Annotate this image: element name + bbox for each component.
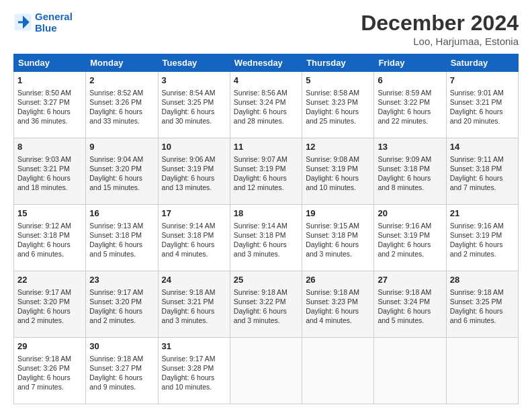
calendar-cell: 28Sunrise: 9:18 AMSunset: 3:25 PMDayligh… [446, 271, 518, 338]
calendar-header-saturday: Saturday [446, 54, 518, 72]
day-number: 24 [162, 274, 226, 286]
day-number: 2 [89, 75, 154, 87]
day-number: 26 [306, 274, 370, 286]
calendar-cell: 9Sunrise: 9:04 AMSunset: 3:20 PMDaylight… [86, 138, 158, 205]
calendar-cell [374, 338, 446, 404]
day-number: 6 [378, 75, 442, 87]
calendar-cell: 1Sunrise: 8:50 AMSunset: 3:27 PMDaylight… [14, 72, 86, 138]
day-number: 9 [89, 141, 154, 153]
calendar-cell: 17Sunrise: 9:14 AMSunset: 3:18 PMDayligh… [158, 205, 230, 271]
day-number: 17 [162, 208, 226, 220]
day-info: Sunrise: 9:09 AMSunset: 3:18 PMDaylight:… [378, 154, 442, 193]
day-number: 11 [234, 141, 298, 153]
day-number: 31 [162, 340, 226, 353]
calendar-cell: 22Sunrise: 9:17 AMSunset: 3:20 PMDayligh… [14, 271, 86, 338]
calendar-cell: 7Sunrise: 9:01 AMSunset: 3:21 PMDaylight… [446, 72, 518, 138]
calendar-header-sunday: Sunday [14, 54, 86, 72]
day-info: Sunrise: 9:17 AMSunset: 3:20 PMDaylight:… [89, 287, 154, 326]
day-info: Sunrise: 9:16 AMSunset: 3:19 PMDaylight:… [378, 221, 442, 259]
month-title: December 2024 [361, 11, 519, 36]
day-info: Sunrise: 8:54 AMSunset: 3:25 PMDaylight:… [162, 88, 226, 126]
calendar-header-friday: Friday [374, 54, 446, 72]
calendar-header-thursday: Thursday [302, 54, 374, 72]
day-info: Sunrise: 9:17 AMSunset: 3:20 PMDaylight:… [17, 287, 82, 326]
calendar-cell: 25Sunrise: 9:18 AMSunset: 3:22 PMDayligh… [230, 271, 302, 338]
day-info: Sunrise: 9:18 AMSunset: 3:26 PMDaylight:… [17, 354, 82, 392]
calendar-cell: 23Sunrise: 9:17 AMSunset: 3:20 PMDayligh… [86, 271, 158, 338]
day-info: Sunrise: 8:58 AMSunset: 3:23 PMDaylight:… [306, 88, 370, 126]
day-number: 12 [306, 141, 370, 153]
logo: General Blue [13, 11, 73, 34]
logo-general: General [35, 11, 73, 22]
day-info: Sunrise: 9:18 AMSunset: 3:24 PMDaylight:… [378, 287, 442, 326]
calendar-table: SundayMondayTuesdayWednesdayThursdayFrid… [13, 54, 519, 404]
calendar-header-tuesday: Tuesday [158, 54, 230, 72]
day-info: Sunrise: 9:12 AMSunset: 3:18 PMDaylight:… [17, 221, 82, 259]
day-number: 8 [17, 141, 82, 153]
calendar-week-1: 8Sunrise: 9:03 AMSunset: 3:21 PMDaylight… [14, 138, 519, 205]
day-number: 1 [17, 75, 82, 87]
day-info: Sunrise: 9:14 AMSunset: 3:18 PMDaylight:… [234, 221, 298, 259]
day-info: Sunrise: 9:06 AMSunset: 3:19 PMDaylight:… [162, 154, 226, 193]
calendar-cell: 12Sunrise: 9:08 AMSunset: 3:19 PMDayligh… [302, 138, 374, 205]
day-info: Sunrise: 9:14 AMSunset: 3:18 PMDaylight:… [162, 221, 226, 259]
day-info: Sunrise: 9:13 AMSunset: 3:18 PMDaylight:… [89, 221, 154, 259]
location: Loo, Harjumaa, Estonia [361, 36, 519, 47]
day-info: Sunrise: 9:04 AMSunset: 3:20 PMDaylight:… [89, 154, 154, 193]
header: General Blue December 2024 Loo, Harjumaa… [13, 11, 519, 47]
day-number: 22 [17, 274, 82, 286]
day-number: 4 [234, 75, 298, 87]
calendar-cell [446, 338, 518, 404]
calendar-cell: 3Sunrise: 8:54 AMSunset: 3:25 PMDaylight… [158, 72, 230, 138]
calendar-cell: 11Sunrise: 9:07 AMSunset: 3:19 PMDayligh… [230, 138, 302, 205]
calendar-cell [302, 338, 374, 404]
day-number: 7 [450, 75, 515, 87]
calendar-cell: 19Sunrise: 9:15 AMSunset: 3:18 PMDayligh… [302, 205, 374, 271]
calendar-cell: 13Sunrise: 9:09 AMSunset: 3:18 PMDayligh… [374, 138, 446, 205]
calendar-cell [230, 338, 302, 404]
calendar-week-3: 22Sunrise: 9:17 AMSunset: 3:20 PMDayligh… [14, 271, 519, 338]
day-info: Sunrise: 9:11 AMSunset: 3:18 PMDaylight:… [450, 154, 515, 193]
calendar-week-0: 1Sunrise: 8:50 AMSunset: 3:27 PMDaylight… [14, 72, 519, 138]
calendar-cell: 14Sunrise: 9:11 AMSunset: 3:18 PMDayligh… [446, 138, 518, 205]
day-info: Sunrise: 9:08 AMSunset: 3:19 PMDaylight:… [306, 154, 370, 193]
day-info: Sunrise: 9:18 AMSunset: 3:25 PMDaylight:… [450, 287, 515, 326]
day-info: Sunrise: 8:59 AMSunset: 3:22 PMDaylight:… [378, 88, 442, 126]
day-number: 30 [89, 340, 154, 353]
logo-text: General Blue [35, 11, 73, 34]
calendar-cell: 31Sunrise: 9:17 AMSunset: 3:28 PMDayligh… [158, 338, 230, 404]
day-number: 29 [17, 340, 82, 353]
day-info: Sunrise: 8:50 AMSunset: 3:27 PMDaylight:… [17, 88, 82, 126]
calendar-cell: 26Sunrise: 9:18 AMSunset: 3:23 PMDayligh… [302, 271, 374, 338]
day-info: Sunrise: 9:15 AMSunset: 3:18 PMDaylight:… [306, 221, 370, 259]
day-number: 5 [306, 75, 370, 87]
calendar-header-monday: Monday [86, 54, 158, 72]
day-number: 21 [450, 208, 515, 220]
calendar-cell: 27Sunrise: 9:18 AMSunset: 3:24 PMDayligh… [374, 271, 446, 338]
calendar-cell: 4Sunrise: 8:56 AMSunset: 3:24 PMDaylight… [230, 72, 302, 138]
calendar-cell: 24Sunrise: 9:18 AMSunset: 3:21 PMDayligh… [158, 271, 230, 338]
calendar-cell: 20Sunrise: 9:16 AMSunset: 3:19 PMDayligh… [374, 205, 446, 271]
calendar-header-wednesday: Wednesday [230, 54, 302, 72]
calendar-cell: 15Sunrise: 9:12 AMSunset: 3:18 PMDayligh… [14, 205, 86, 271]
day-number: 19 [306, 208, 370, 220]
day-info: Sunrise: 9:18 AMSunset: 3:27 PMDaylight:… [89, 354, 154, 392]
calendar-week-2: 15Sunrise: 9:12 AMSunset: 3:18 PMDayligh… [14, 205, 519, 271]
calendar-cell: 16Sunrise: 9:13 AMSunset: 3:18 PMDayligh… [86, 205, 158, 271]
day-info: Sunrise: 9:03 AMSunset: 3:21 PMDaylight:… [17, 154, 82, 193]
calendar-cell: 6Sunrise: 8:59 AMSunset: 3:22 PMDaylight… [374, 72, 446, 138]
title-block: December 2024 Loo, Harjumaa, Estonia [361, 11, 519, 47]
day-info: Sunrise: 9:07 AMSunset: 3:19 PMDaylight:… [234, 154, 298, 193]
day-number: 28 [450, 274, 515, 286]
calendar-cell: 29Sunrise: 9:18 AMSunset: 3:26 PMDayligh… [14, 338, 86, 404]
day-number: 18 [234, 208, 298, 220]
day-number: 27 [378, 274, 442, 286]
day-number: 15 [17, 208, 82, 220]
day-info: Sunrise: 9:01 AMSunset: 3:21 PMDaylight:… [450, 88, 515, 126]
day-info: Sunrise: 9:18 AMSunset: 3:21 PMDaylight:… [162, 287, 226, 326]
calendar-week-4: 29Sunrise: 9:18 AMSunset: 3:26 PMDayligh… [14, 338, 519, 404]
calendar-header-row: SundayMondayTuesdayWednesdayThursdayFrid… [14, 54, 519, 72]
day-number: 20 [378, 208, 442, 220]
day-info: Sunrise: 9:18 AMSunset: 3:23 PMDaylight:… [306, 287, 370, 326]
calendar-cell: 10Sunrise: 9:06 AMSunset: 3:19 PMDayligh… [158, 138, 230, 205]
